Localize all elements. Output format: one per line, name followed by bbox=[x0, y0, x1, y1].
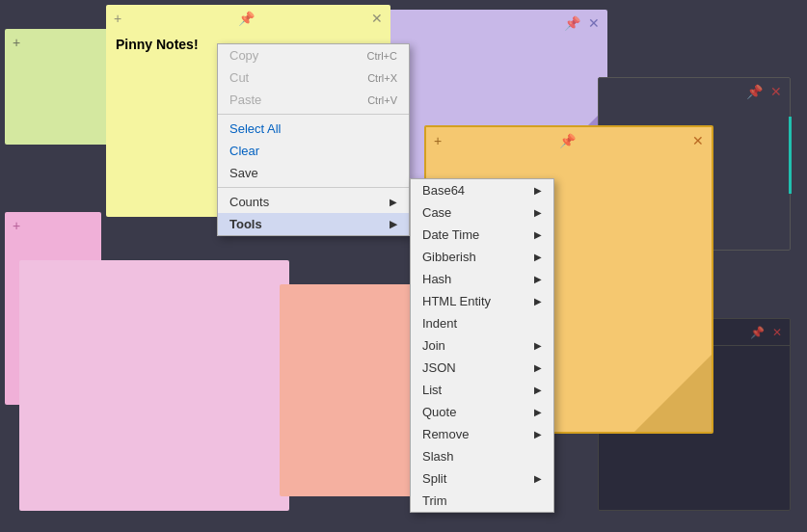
note-purple-close-icon[interactable]: ✕ bbox=[588, 15, 600, 31]
submenu-item-html-entity-label: HTML Entity bbox=[422, 294, 491, 308]
submenu-item-base64[interactable]: Base64 ▶ bbox=[411, 179, 553, 201]
context-menu: Copy Ctrl+C Cut Ctrl+X Paste Ctrl+V Sele… bbox=[217, 43, 410, 236]
counts-arrow-icon: ▶ bbox=[390, 197, 397, 207]
menu-item-tools-label: Tools bbox=[229, 217, 262, 231]
submenu-item-case[interactable]: Case ▶ bbox=[411, 201, 553, 224]
menu-item-cut-shortcut: Ctrl+X bbox=[367, 72, 397, 84]
menu-item-cut-label: Cut bbox=[229, 70, 249, 85]
note-orange-add-icon[interactable]: + bbox=[434, 133, 442, 148]
teal-border-decoration bbox=[789, 117, 792, 194]
note-yellow-close-icon[interactable]: ✕ bbox=[371, 11, 383, 26]
submenu-item-trim-label: Trim bbox=[422, 493, 447, 508]
note-yellow-pin-icon[interactable]: 📌 bbox=[238, 11, 255, 26]
menu-item-copy[interactable]: Copy Ctrl+C bbox=[218, 44, 409, 66]
tools-arrow-icon: ▶ bbox=[390, 219, 397, 229]
menu-item-paste[interactable]: Paste Ctrl+V bbox=[218, 89, 409, 111]
hash-arrow-icon: ▶ bbox=[534, 274, 542, 284]
note-dark-bottom-pin-icon[interactable]: 📌 bbox=[750, 326, 765, 339]
note-green-add-icon[interactable]: + bbox=[13, 35, 20, 50]
menu-item-select-all[interactable]: Select All bbox=[218, 118, 409, 140]
submenu-item-list-label: List bbox=[422, 383, 442, 397]
submenu-item-hash-label: Hash bbox=[422, 272, 451, 286]
note-dark-close-icon[interactable]: ✕ bbox=[770, 84, 782, 99]
gibberish-arrow-icon: ▶ bbox=[534, 252, 542, 262]
note-dark-pin-icon[interactable]: 📌 bbox=[746, 84, 763, 99]
submenu-item-slash[interactable]: Slash bbox=[411, 445, 553, 467]
note-green: + bbox=[5, 29, 121, 145]
note-dark-bottom-close-icon[interactable]: ✕ bbox=[772, 326, 782, 339]
menu-item-paste-shortcut: Ctrl+V bbox=[367, 94, 397, 106]
submenu-item-list[interactable]: List ▶ bbox=[411, 379, 553, 401]
note-purple-header: 📌 ✕ bbox=[366, 10, 607, 37]
submenu-item-join[interactable]: Join ▶ bbox=[411, 334, 553, 357]
submenu-item-html-entity[interactable]: HTML Entity ▶ bbox=[411, 290, 553, 312]
list-arrow-icon: ▶ bbox=[534, 385, 542, 395]
note-pink-left-add-icon[interactable]: + bbox=[13, 218, 20, 233]
submenu-item-json-label: JSON bbox=[422, 360, 456, 375]
menu-divider-1 bbox=[218, 114, 409, 115]
note-pink-left-header: + bbox=[5, 212, 101, 239]
menu-item-save-label: Save bbox=[229, 166, 258, 180]
note-pink-main-header bbox=[19, 260, 289, 287]
note-purple-pin-icon[interactable]: 📌 bbox=[564, 15, 580, 31]
submenu-item-datetime-label: Date Time bbox=[422, 227, 479, 242]
submenu-item-hash[interactable]: Hash ▶ bbox=[411, 268, 553, 290]
submenu-item-indent[interactable]: Indent bbox=[411, 312, 553, 334]
menu-item-clear-label: Clear bbox=[229, 144, 259, 158]
submenu-item-quote[interactable]: Quote ▶ bbox=[411, 401, 553, 423]
menu-item-counts-label: Counts bbox=[229, 195, 269, 209]
json-arrow-icon: ▶ bbox=[534, 362, 542, 373]
note-orange-close-icon[interactable]: ✕ bbox=[692, 133, 704, 148]
note-yellow-header: + 📌 ✕ bbox=[106, 5, 390, 32]
note-green-header: + bbox=[5, 29, 121, 56]
menu-item-paste-label: Paste bbox=[229, 93, 261, 107]
menu-item-copy-shortcut: Ctrl+C bbox=[367, 50, 397, 62]
quote-arrow-icon: ▶ bbox=[534, 407, 542, 417]
submenu-item-join-label: Join bbox=[422, 338, 445, 353]
submenu-item-gibberish[interactable]: Gibberish ▶ bbox=[411, 246, 553, 268]
menu-divider-2 bbox=[218, 187, 409, 188]
base64-arrow-icon: ▶ bbox=[534, 185, 542, 196]
submenu-item-datetime[interactable]: Date Time ▶ bbox=[411, 224, 553, 246]
note-yellow-add-icon[interactable]: + bbox=[114, 11, 121, 26]
note-dark-top-header: 📌 ✕ bbox=[599, 78, 790, 105]
submenu-item-split[interactable]: Split ▶ bbox=[411, 467, 553, 490]
note-yellow-title: Pinny Notes! bbox=[116, 37, 199, 52]
menu-item-tools[interactable]: Tools ▶ bbox=[218, 213, 409, 235]
menu-item-select-all-label: Select All bbox=[229, 121, 281, 136]
tools-submenu: Base64 ▶ Case ▶ Date Time ▶ Gibberish ▶ … bbox=[410, 178, 554, 513]
datetime-arrow-icon: ▶ bbox=[534, 229, 542, 240]
menu-item-save[interactable]: Save bbox=[218, 162, 409, 184]
menu-item-clear[interactable]: Clear bbox=[218, 140, 409, 162]
submenu-item-base64-label: Base64 bbox=[422, 183, 465, 198]
submenu-item-remove-label: Remove bbox=[422, 427, 469, 441]
case-arrow-icon: ▶ bbox=[534, 207, 542, 218]
submenu-item-case-label: Case bbox=[422, 205, 451, 220]
submenu-item-quote-label: Quote bbox=[422, 405, 456, 419]
menu-item-cut[interactable]: Cut Ctrl+X bbox=[218, 66, 409, 89]
split-arrow-icon: ▶ bbox=[534, 473, 542, 484]
join-arrow-icon: ▶ bbox=[534, 340, 542, 351]
note-pink-main bbox=[19, 260, 289, 511]
note-orange-header: + 📌 ✕ bbox=[426, 127, 712, 154]
html-entity-arrow-icon: ▶ bbox=[534, 296, 542, 306]
menu-item-copy-label: Copy bbox=[229, 48, 258, 63]
submenu-item-slash-label: Slash bbox=[422, 449, 454, 464]
remove-arrow-icon: ▶ bbox=[534, 429, 542, 439]
orange-triangle bbox=[634, 355, 712, 432]
menu-item-counts[interactable]: Counts ▶ bbox=[218, 191, 409, 213]
submenu-item-split-label: Split bbox=[422, 471, 446, 486]
submenu-item-indent-label: Indent bbox=[422, 316, 457, 331]
submenu-item-gibberish-label: Gibberish bbox=[422, 250, 476, 264]
submenu-item-trim[interactable]: Trim bbox=[411, 490, 553, 512]
submenu-item-remove[interactable]: Remove ▶ bbox=[411, 423, 553, 445]
note-orange-pin-icon[interactable]: 📌 bbox=[559, 133, 576, 148]
submenu-item-json[interactable]: JSON ▶ bbox=[411, 357, 553, 379]
